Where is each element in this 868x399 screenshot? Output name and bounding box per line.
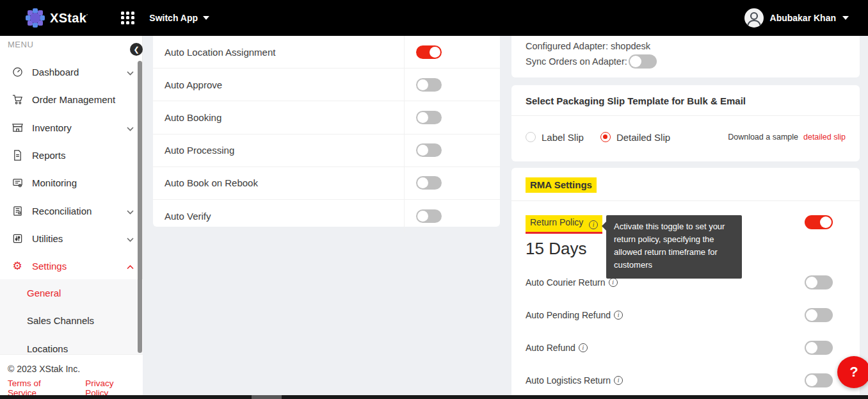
document-icon	[12, 150, 23, 161]
table-row: Auto Verify	[153, 200, 500, 232]
cart-icon	[12, 94, 23, 106]
sidebar-item-monitoring[interactable]: Monitoring	[0, 169, 143, 197]
table-row: Auto Booking	[153, 101, 500, 134]
xstak-logo-icon	[26, 8, 45, 28]
sidebar-item-general[interactable]: General	[0, 279, 143, 307]
brand-logo[interactable]: XStak′	[26, 8, 88, 28]
table-row: Auto Location Assignment	[153, 36, 500, 69]
auto-courier-return-toggle[interactable]	[805, 275, 833, 289]
user-name: Abubakar Khan	[770, 13, 836, 23]
auto-refund-row: Auto Refund i	[526, 341, 846, 355]
info-icon[interactable]: i	[614, 376, 623, 385]
return-policy-label: Return Policy	[530, 217, 583, 227]
label-slip-option[interactable]: Label Slip	[542, 132, 584, 143]
auto-logistics-return-row: Auto Logistics Return i	[526, 373, 846, 387]
sidebar-item-reports[interactable]: Reports	[0, 142, 143, 169]
brand-name: XStak′	[50, 11, 88, 26]
auto-location-assignment-toggle[interactable]	[416, 45, 442, 59]
download-sample-text: Download a sample	[728, 133, 798, 142]
rma-settings-heading: RMA Settings	[526, 177, 597, 193]
detailed-slip-download-link[interactable]: detailed slip	[803, 133, 846, 142]
auto-booking-label: Auto Booking	[153, 112, 221, 123]
horizontal-scrollbar	[0, 395, 868, 399]
help-button[interactable]: ?	[837, 356, 868, 388]
dashboard-icon	[12, 67, 23, 78]
sidebar-item-settings[interactable]: ⚙ Settings	[0, 252, 143, 280]
auto-booking-toggle[interactable]	[416, 111, 442, 124]
return-policy-tooltip: Activate this toggle to set your return …	[606, 215, 742, 279]
chevron-down-icon	[127, 233, 134, 244]
sidebar: MENU ❮ Dashboard Order Management Invent…	[0, 36, 143, 395]
auto-book-on-rebook-label: Auto Book on Rebook	[153, 177, 258, 188]
copyright-text: © 2023 XStak Inc.	[8, 364, 135, 374]
detailed-slip-option[interactable]: Detailed Slip	[616, 132, 670, 143]
auto-book-on-rebook-toggle[interactable]	[416, 176, 442, 190]
sidebar-nav: Dashboard Order Management Inventory Rep…	[0, 58, 143, 280]
chevron-down-icon	[127, 206, 134, 216]
horizontal-scrollbar-thumb[interactable]	[252, 395, 282, 399]
auto-logistics-return-label: Auto Logistics Return	[526, 375, 611, 386]
info-icon[interactable]: i	[614, 311, 623, 320]
configured-adapter-text: Configured Adapter: shopdesk	[526, 41, 846, 51]
auto-processing-toggle[interactable]	[416, 143, 442, 157]
sidebar-item-utilities[interactable]: Utilities	[0, 225, 143, 252]
table-row: Auto Book on Rebook	[153, 167, 500, 200]
sidebar-item-inventory[interactable]: Inventory	[0, 114, 143, 142]
sidebar-item-dashboard[interactable]: Dashboard	[0, 58, 143, 86]
auto-logistics-return-toggle[interactable]	[805, 373, 833, 387]
auto-approve-toggle[interactable]	[416, 78, 442, 92]
sync-orders-label: Sync Orders on Adapter:	[526, 56, 627, 67]
return-policy-row: Return Policy i Activate this toggle to …	[526, 215, 846, 259]
monitor-icon	[12, 177, 23, 189]
auto-courier-return-label: Auto Courier Return	[526, 277, 606, 288]
chevron-down-icon	[127, 67, 134, 77]
info-icon[interactable]: i	[589, 220, 598, 229]
app-grid-icon[interactable]	[121, 12, 135, 24]
auto-pending-refund-toggle[interactable]	[805, 308, 833, 322]
info-icon[interactable]: i	[609, 278, 618, 287]
divider	[511, 200, 860, 201]
auto-refund-label: Auto Refund	[526, 343, 575, 353]
switch-app-label: Switch App	[149, 13, 198, 23]
gear-icon: ⚙	[12, 261, 23, 272]
sliders-icon	[12, 232, 23, 244]
auto-processing-label: Auto Processing	[153, 145, 234, 156]
sidebar-item-order-management[interactable]: Order Management	[0, 86, 143, 113]
auto-approve-label: Auto Approve	[153, 79, 222, 90]
table-row: Auto Processing	[153, 134, 500, 167]
sync-orders-toggle[interactable]	[629, 54, 657, 69]
menu-heading: MENU	[8, 40, 33, 49]
ledger-icon	[12, 205, 23, 216]
chevron-down-icon	[127, 122, 134, 133]
packaging-slip-title: Select Packaging Slip Template for Bulk …	[511, 85, 860, 115]
chevron-down-icon	[203, 16, 209, 20]
store-icon	[12, 122, 23, 133]
table-row: Auto Approve	[153, 69, 500, 101]
auto-location-assignment-label: Auto Location Assignment	[153, 47, 275, 58]
sidebar-collapse-button[interactable]: ❮	[130, 43, 143, 56]
chevron-up-icon	[127, 261, 134, 272]
detailed-slip-radio[interactable]	[600, 132, 611, 142]
auto-verify-label: Auto Verify	[153, 211, 211, 222]
avatar	[744, 8, 764, 28]
sidebar-footer: © 2023 XStak Inc. Terms of Service Priva…	[0, 354, 143, 395]
auto-verify-toggle[interactable]	[416, 209, 442, 223]
info-icon[interactable]: i	[579, 343, 588, 352]
top-bar: XStak′ Switch App Abubakar Khan	[0, 0, 868, 36]
auto-refund-toggle[interactable]	[805, 341, 833, 355]
return-policy-toggle[interactable]	[805, 215, 833, 229]
chevron-down-icon	[842, 16, 849, 20]
sidebar-item-sales-channels[interactable]: Sales Channels	[0, 307, 143, 334]
rma-settings-card: RMA Settings Return Policy i Activate th…	[511, 168, 860, 395]
auto-settings-panel: Auto Location Assignment Auto Approve Au…	[153, 36, 500, 227]
sidebar-item-reconciliation[interactable]: Reconciliation	[0, 197, 143, 224]
user-menu[interactable]: Abubakar Khan	[744, 8, 849, 28]
adapter-card: Configured Adapter: shopdesk Sync Orders…	[511, 36, 860, 77]
sidebar-scrollbar[interactable]	[138, 61, 142, 353]
auto-pending-refund-label: Auto Pending Refund	[526, 310, 611, 320]
packaging-slip-card: Select Packaging Slip Template for Bulk …	[511, 85, 860, 161]
switch-app-dropdown[interactable]: Switch App	[149, 13, 209, 23]
label-slip-radio[interactable]	[526, 132, 536, 142]
auto-pending-refund-row: Auto Pending Refund i	[526, 308, 846, 322]
